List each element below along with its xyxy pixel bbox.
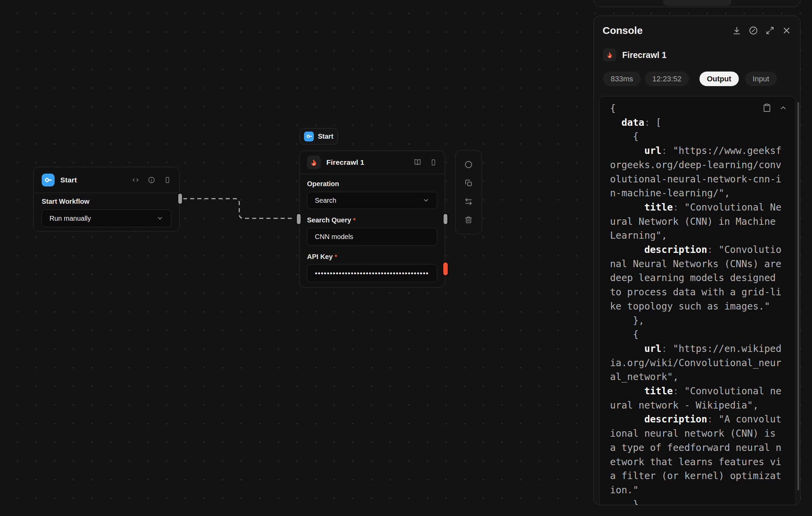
required-asterisk: *: [335, 254, 337, 260]
console-scrollbar[interactable]: [797, 102, 799, 490]
firecrawl-input-handle[interactable]: [297, 214, 301, 224]
firecrawl-flame-icon: [307, 156, 321, 169]
expand-icon[interactable]: [765, 26, 775, 35]
previous-console-panel-edge: [593, 0, 800, 7]
tab-output[interactable]: Output: [699, 72, 739, 86]
console-panel: Console Firecrawl 1: [593, 16, 800, 505]
duplicate-icon[interactable]: [464, 179, 473, 187]
start-output-handle[interactable]: [178, 194, 182, 204]
operation-label: Operation: [307, 180, 437, 188]
search-query-input[interactable]: CNN models: [307, 228, 437, 245]
tab-input[interactable]: Input: [745, 72, 777, 86]
run-mode-dropdown[interactable]: Run manually: [42, 210, 171, 227]
duration-badge: 833ms: [603, 72, 641, 86]
copy-clipboard-icon[interactable]: [763, 103, 771, 112]
start-icon: [304, 132, 314, 141]
chevron-down-icon: [157, 215, 163, 222]
firecrawl-node[interactable]: Firecrawl 1 Operation Search Search Quer…: [299, 151, 445, 287]
search-query-value: CNN models: [315, 233, 353, 241]
phone-icon[interactable]: [430, 159, 437, 166]
workflow-canvas[interactable]: Start Start Start Workflow: [0, 0, 812, 516]
phone-icon[interactable]: [164, 176, 171, 184]
chevron-down-icon: [423, 197, 429, 204]
node-toolbar: [455, 150, 482, 234]
start-chip-label: Start: [318, 133, 333, 140]
clear-ban-icon[interactable]: [749, 26, 758, 35]
firecrawl-node-title: Firecrawl 1: [326, 158, 364, 166]
api-key-input[interactable]: ••••••••••••••••••••••••••••••••••••••: [307, 264, 437, 282]
console-title: Console: [603, 25, 643, 36]
code-icon[interactable]: [132, 176, 139, 184]
docs-book-icon[interactable]: [414, 159, 421, 166]
close-icon[interactable]: [782, 26, 791, 35]
chevron-up-icon[interactable]: [779, 103, 788, 112]
start-workflow-label: Start Workflow: [42, 198, 171, 205]
console-code-lines: { data: [ { url: "https://www.geeksforge…: [600, 97, 795, 505]
api-key-label: API Key: [307, 253, 333, 260]
api-key-masked-value: ••••••••••••••••••••••••••••••••••••••: [315, 269, 429, 277]
trash-icon[interactable]: [464, 216, 473, 224]
operation-value: Search: [315, 197, 336, 204]
download-icon[interactable]: [732, 26, 742, 35]
run-circle-icon[interactable]: [464, 160, 473, 169]
firecrawl-flame-icon: [603, 48, 616, 61]
start-node-title: Start: [60, 176, 77, 184]
console-output-code[interactable]: { data: [ { url: "https://www.geeksforge…: [599, 96, 795, 505]
required-asterisk: *: [353, 217, 356, 224]
start-node-header: Start: [34, 167, 179, 193]
firecrawl-error-handle[interactable]: [443, 262, 448, 275]
firecrawl-node-header: Firecrawl 1: [300, 151, 445, 174]
swap-arrows-icon[interactable]: [464, 197, 473, 206]
info-icon[interactable]: [148, 176, 155, 184]
timestamp-badge: 12:23:52: [645, 72, 689, 86]
console-entry-name: Firecrawl 1: [622, 50, 667, 60]
firecrawl-output-handle[interactable]: [444, 214, 447, 224]
start-block-chip[interactable]: Start: [300, 128, 338, 144]
start-node[interactable]: Start Start Workflow Run manually: [33, 167, 180, 232]
start-icon: [42, 174, 55, 186]
search-query-label: Search Query: [307, 216, 351, 224]
panel-peek-button[interactable]: [663, 0, 731, 6]
operation-dropdown[interactable]: Search: [307, 192, 437, 209]
run-mode-value: Run manually: [49, 215, 91, 222]
